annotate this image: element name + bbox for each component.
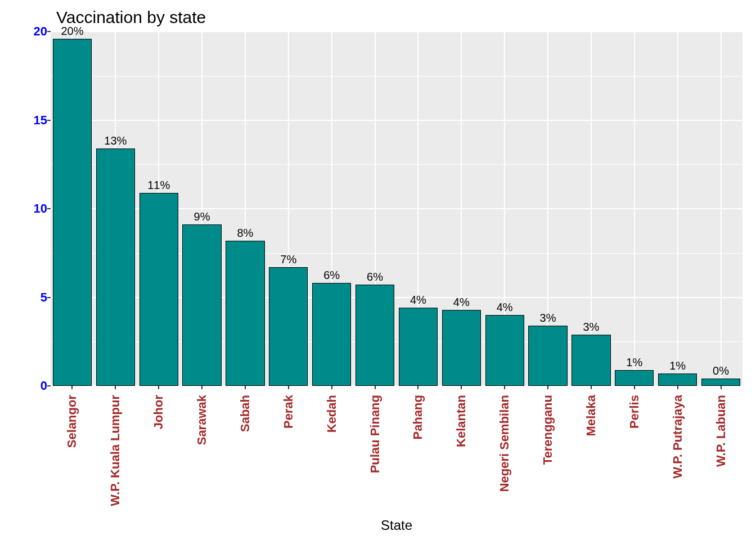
bar xyxy=(572,335,610,386)
bar-value-label: 8% xyxy=(237,227,253,240)
bar-value-label: 6% xyxy=(323,269,340,282)
chart-container: Vaccination by state First Dose Administ… xyxy=(0,0,756,540)
x-tick-mark xyxy=(417,386,418,389)
x-tick-mark xyxy=(634,386,635,389)
x-tick-mark xyxy=(721,386,722,389)
x-tick-label: Kelantan xyxy=(454,395,469,447)
x-tick-label: Kedah xyxy=(325,395,339,433)
bar-value-label: 4% xyxy=(497,301,513,314)
bar-value-label: 3% xyxy=(583,321,599,334)
y-tick-label: 10 xyxy=(19,201,47,216)
x-tick-label: W.P. Putrajaya xyxy=(670,395,685,479)
x-tick-label: Terengganu xyxy=(541,395,555,465)
x-tick-label: Sabah xyxy=(238,395,253,432)
y-tick-mark xyxy=(47,385,51,386)
x-tick-label: Perlis xyxy=(627,395,642,429)
bar xyxy=(53,39,92,386)
x-tick-mark xyxy=(677,386,678,389)
bar xyxy=(528,326,567,386)
bar xyxy=(442,310,481,386)
y-tick-mark xyxy=(47,208,51,209)
y-tick-mark xyxy=(47,297,51,298)
bar-value-label: 3% xyxy=(540,312,556,325)
x-tick-label: Perak xyxy=(281,395,296,429)
bar xyxy=(140,193,178,386)
bar-value-label: 20% xyxy=(61,25,83,38)
bar xyxy=(701,379,740,386)
y-tick-mark xyxy=(47,120,51,121)
bar-value-label: 4% xyxy=(410,294,426,307)
y-tick-label: 0 xyxy=(19,379,47,393)
bar xyxy=(399,308,438,386)
bar-value-label: 11% xyxy=(147,179,170,192)
bar-value-label: 0% xyxy=(713,364,729,377)
x-tick-mark xyxy=(201,386,202,389)
x-tick-label: Pulau Pinang xyxy=(368,395,382,473)
x-axis-label: State xyxy=(51,518,742,533)
x-tick-label: Melaka xyxy=(584,395,598,436)
bar xyxy=(312,283,351,386)
x-tick-label: Negeri Sembilan xyxy=(497,395,512,492)
x-tick-mark xyxy=(71,386,73,389)
x-tick-mark xyxy=(547,386,548,389)
x-tick-mark xyxy=(331,386,332,389)
bar-value-label: 4% xyxy=(453,296,470,309)
x-tick-mark xyxy=(375,386,376,389)
x-tick-label: W.P. Kuala Lumpur xyxy=(108,395,123,506)
x-tick-label: Johor xyxy=(151,395,166,429)
bar xyxy=(356,285,394,386)
x-tick-label: Pahang xyxy=(411,395,425,439)
x-tick-label: Selangor xyxy=(65,395,79,448)
bar xyxy=(485,315,524,386)
bar-value-label: 6% xyxy=(367,271,383,284)
bar xyxy=(182,224,221,386)
x-tick-mark xyxy=(115,386,116,389)
x-tick-mark xyxy=(158,386,159,389)
x-tick-mark xyxy=(288,386,289,389)
x-tick-mark xyxy=(504,386,505,389)
plot-panel: 20%13%11%9%8%7%6%6%4%4%4%3%3%1%1%0% xyxy=(51,32,742,386)
bar-value-label: 7% xyxy=(280,253,296,266)
bar-value-label: 13% xyxy=(104,134,127,147)
x-tick-label: W.P. Labuan xyxy=(714,395,728,467)
x-tick-mark xyxy=(245,386,246,389)
bar xyxy=(226,241,264,386)
y-tick-label: 20 xyxy=(19,24,47,39)
bar xyxy=(615,370,654,386)
y-tick-label: 15 xyxy=(19,113,47,128)
bar xyxy=(96,148,135,386)
y-tick-label: 5 xyxy=(19,290,47,305)
bars-layer: 20%13%11%9%8%7%6%6%4%4%4%3%3%1%1%0% xyxy=(51,32,742,386)
bar xyxy=(658,374,697,386)
x-tick-mark xyxy=(591,386,592,389)
x-tick-mark xyxy=(461,386,462,389)
bar-value-label: 9% xyxy=(194,210,210,223)
x-tick-label: Sarawak xyxy=(195,395,209,445)
bar-value-label: 1% xyxy=(626,356,642,369)
bar xyxy=(269,267,308,386)
bar-value-label: 1% xyxy=(669,359,686,372)
y-tick-mark xyxy=(47,31,51,32)
